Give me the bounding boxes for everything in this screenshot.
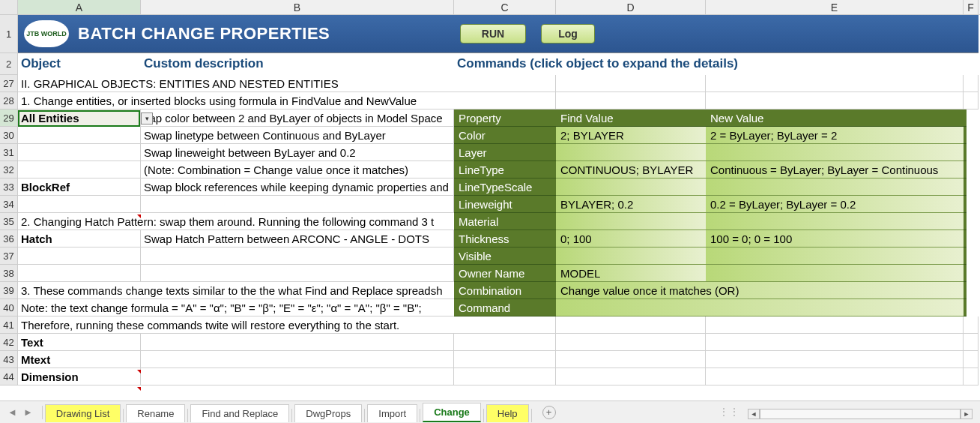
cell[interactable] (556, 316, 706, 334)
row-header[interactable]: 31 (0, 144, 18, 161)
cell[interactable]: Mtext (18, 351, 141, 368)
col-header-F[interactable]: F (964, 0, 979, 14)
horizontal-scrollbar[interactable]: ◄ ► (748, 408, 973, 420)
cell[interactable] (18, 265, 141, 282)
cell[interactable] (964, 75, 979, 92)
cell[interactable] (141, 248, 454, 265)
col-header-C[interactable]: C (454, 0, 556, 14)
cell[interactable] (556, 368, 706, 386)
cell[interactable] (18, 196, 141, 213)
cell[interactable]: All Entities (18, 110, 141, 127)
row-header[interactable]: 28 (0, 92, 18, 110)
cell[interactable]: (Note: Combination = Change value once i… (141, 161, 454, 178)
cell[interactable]: Therefore, running these commands twite … (18, 316, 454, 334)
scroll-right-icon[interactable]: ► (961, 409, 973, 419)
row-header[interactable]: 42 (0, 334, 18, 351)
cell[interactable]: BlockRef (18, 178, 141, 196)
add-sheet-button[interactable]: + (542, 406, 556, 419)
sheet-tab-import[interactable]: Import (367, 404, 417, 422)
log-button[interactable]: Log (541, 24, 595, 44)
cmd-value[interactable]: Change value once it matches (OR) (556, 282, 964, 299)
cell[interactable] (964, 351, 979, 368)
sheet-tab-rename[interactable]: Rename (126, 404, 185, 422)
cell[interactable]: Swap linetype between Continuous and ByL… (141, 127, 454, 144)
cmd-new-value[interactable] (706, 178, 964, 196)
row-header[interactable]: 29 (0, 110, 18, 127)
tab-prev-icon[interactable]: ◄ (7, 406, 17, 418)
cell[interactable]: vap color between 2 and ByLayer of objec… (141, 110, 454, 127)
cell[interactable]: II. GRAPHICAL OBJECTS: ENTITIES AND NEST… (18, 75, 454, 92)
cell[interactable]: Text (18, 334, 141, 351)
row-header[interactable]: 34 (0, 196, 18, 213)
cmd-find-value[interactable] (556, 213, 706, 230)
cell[interactable] (141, 334, 454, 351)
cmd-new-value[interactable] (706, 248, 964, 265)
cell[interactable]: 3. These commands change texts similar t… (18, 282, 454, 299)
cell[interactable] (18, 161, 141, 178)
sheet-tab-help[interactable]: Help (486, 404, 529, 422)
col-header-A[interactable]: A (18, 0, 141, 14)
cell[interactable] (454, 334, 556, 351)
cell[interactable] (964, 316, 979, 334)
cell[interactable] (964, 334, 979, 351)
cmd-find-value[interactable]: BYLAYER; 0.2 (556, 196, 706, 213)
cell[interactable] (18, 248, 141, 265)
cell[interactable]: Hatch (18, 230, 141, 248)
cell[interactable] (706, 92, 964, 110)
sheet-tab-change[interactable]: Change (423, 403, 481, 422)
cell[interactable] (454, 368, 556, 386)
col-header-D[interactable]: D (556, 0, 706, 14)
cell[interactable]: 2. Changing Hatch Pattern: swap them aro… (18, 213, 454, 230)
cell[interactable] (706, 75, 964, 92)
cell[interactable] (141, 351, 454, 368)
cell[interactable] (454, 92, 556, 110)
row-header[interactable]: 37 (0, 248, 18, 265)
row-header[interactable]: 2 (0, 53, 18, 75)
tab-next-icon[interactable]: ► (23, 406, 33, 418)
cell[interactable] (556, 334, 706, 351)
cell[interactable] (454, 75, 556, 92)
col-header-B[interactable]: B (141, 0, 454, 14)
cmd-find-value[interactable]: 2; BYLAYER (556, 127, 706, 144)
row-header[interactable]: 38 (0, 265, 18, 282)
dropdown-arrow-icon[interactable]: ▾ (141, 112, 153, 124)
cmd-find-value[interactable] (556, 178, 706, 196)
row-header[interactable]: 35 (0, 213, 18, 230)
row-header[interactable]: 44 (0, 368, 18, 386)
cmd-value[interactable] (556, 299, 964, 316)
cmd-find-value[interactable]: CONTINUOUS; BYLAYER (556, 161, 706, 178)
sheet-tab-dwgprops[interactable]: DwgProps (294, 404, 362, 422)
cmd-new-value[interactable] (706, 213, 964, 230)
cmd-new-value[interactable] (706, 265, 964, 282)
cell[interactable] (141, 196, 454, 213)
cmd-new-value[interactable]: Continuous = ByLayer; ByLayer = Continuo… (706, 161, 964, 178)
cmd-find-value[interactable]: 0; 100 (556, 230, 706, 248)
row-header[interactable]: 33 (0, 178, 18, 196)
cmd-new-value[interactable]: 100 = 0; 0 = 100 (706, 230, 964, 248)
row-header[interactable]: 43 (0, 351, 18, 368)
sheet-tab-drawing-list[interactable]: Drawing List (45, 404, 121, 422)
cell[interactable] (556, 75, 706, 92)
cell[interactable] (706, 368, 964, 386)
cell[interactable]: Swap lineweight between ByLayer and 0.2 (141, 144, 454, 161)
cmd-new-value[interactable]: 2 = ByLayer; ByLayer = 2 (706, 127, 964, 144)
cmd-find-value[interactable]: MODEL (556, 265, 706, 282)
row-header[interactable]: 32 (0, 161, 18, 178)
cell[interactable]: 1. Change entities, or inserted blocks u… (18, 92, 454, 110)
cell[interactable] (18, 127, 141, 144)
cell[interactable] (141, 368, 454, 386)
cmd-new-value[interactable]: 0.2 = ByLayer; ByLayer = 0.2 (706, 196, 964, 213)
row-header[interactable]: 40 (0, 299, 18, 316)
row-header[interactable]: 36 (0, 230, 18, 248)
cell[interactable] (556, 351, 706, 368)
row-header[interactable]: 27 (0, 75, 18, 92)
cell[interactable] (556, 92, 706, 110)
cell[interactable] (454, 351, 556, 368)
cell[interactable]: Swap Hatch Pattern between ARCONC - ANGL… (141, 230, 454, 248)
cell[interactable]: Dimension (18, 368, 141, 386)
col-header-E[interactable]: E (706, 0, 964, 14)
sheet-tab-find-and-replace[interactable]: Find and Replace (190, 404, 289, 422)
cell[interactable] (964, 368, 979, 386)
run-button[interactable]: RUN (460, 24, 526, 44)
cell[interactable]: Note: the text change formula = "A" = "α… (18, 299, 454, 316)
